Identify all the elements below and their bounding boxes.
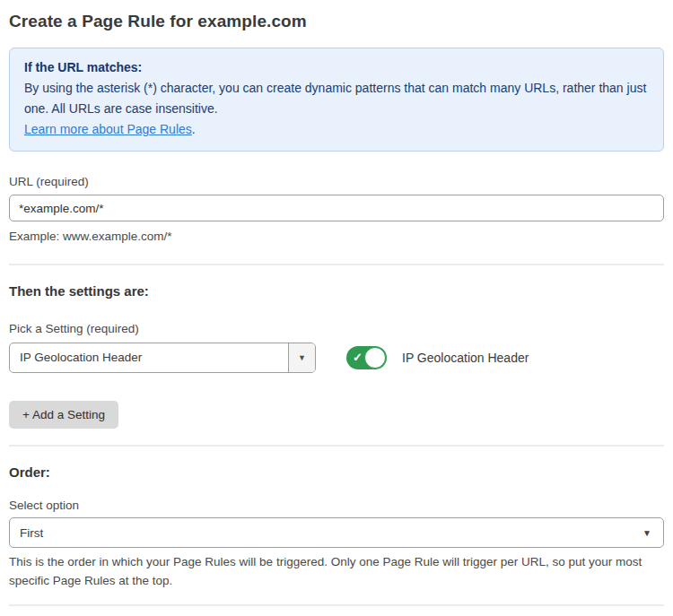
pick-setting-label: Pick a Setting (required) [9,322,664,335]
setting-select-value: IP Geolocation Header [10,343,288,372]
divider [9,604,664,606]
chevron-down-icon: ▼ [642,528,663,538]
url-example-helper: Example: www.example.com/* [9,228,664,246]
order-helper-text: This is the order in which your Page Rul… [9,552,651,590]
chevron-down-icon: ▼ [298,353,306,362]
info-box-heading: If the URL matches: [24,57,649,78]
info-box-body: By using the asterisk (*) character, you… [24,78,649,119]
url-input[interactable] [9,195,664,221]
toggle-knob [364,347,386,369]
divider [9,445,664,447]
order-select[interactable]: First ▼ [9,517,664,548]
toggle-label: IP Geolocation Header [402,351,529,365]
setting-select-arrow-button[interactable]: ▼ [288,343,315,372]
link-suffix: . [192,122,196,136]
order-select-value: First [10,526,642,540]
setting-select[interactable]: IP Geolocation Header ▼ [9,343,316,373]
check-icon: ✓ [353,351,363,363]
ip-geolocation-toggle[interactable]: ✓ [346,346,387,369]
page-title: Create a Page Rule for example.com [9,12,664,31]
add-setting-button[interactable]: + Add a Setting [9,401,118,429]
divider [9,264,664,265]
url-match-info-box: If the URL matches: By using the asteris… [9,48,664,152]
order-section-heading: Order: [9,464,664,480]
page-rules-learn-more-link[interactable]: Learn more about Page Rules [24,122,192,136]
url-field-label: URL (required) [9,175,664,188]
order-select-label: Select option [9,499,664,512]
settings-section-heading: Then the settings are: [9,283,664,299]
setting-row: IP Geolocation Header ▼ ✓ IP Geolocation… [9,343,664,373]
info-box-link-line: Learn more about Page Rules. [24,119,649,140]
